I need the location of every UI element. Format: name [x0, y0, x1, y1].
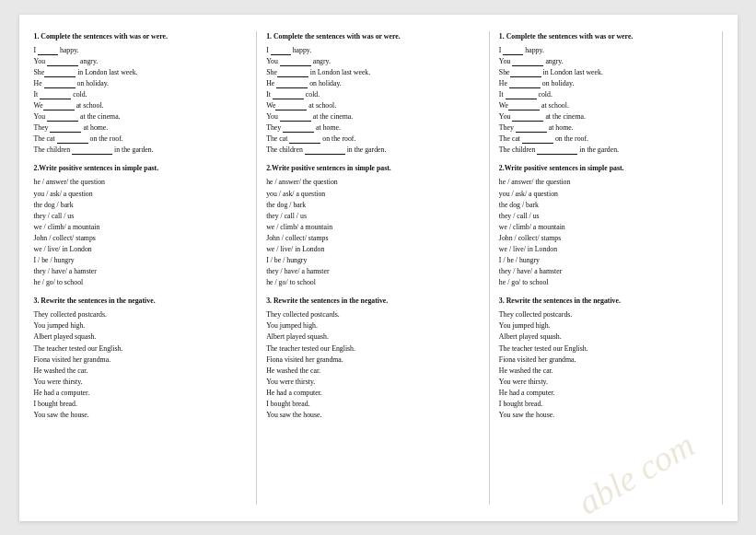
blank: [38, 54, 58, 55]
line: we / climb/ a mountain: [34, 222, 250, 233]
blank: [512, 65, 543, 66]
line: I bought bread.: [499, 399, 715, 410]
blank: [44, 76, 76, 77]
column-2: 1. Complete the sentences with was or we…: [266, 31, 490, 505]
blank: [280, 121, 311, 122]
section-1-col2: 1. Complete the sentences with was or we…: [266, 31, 482, 157]
line: It cold.: [499, 89, 715, 100]
line: they / call / us: [34, 211, 250, 222]
blank: [506, 99, 537, 99]
line: we / live/ in London: [34, 244, 250, 255]
line: You angry.: [34, 56, 250, 67]
line: I happy.: [499, 45, 715, 56]
line: We at school.: [266, 100, 482, 111]
blank: [503, 54, 523, 55]
blank: [537, 154, 577, 155]
line: You jumped high.: [34, 320, 250, 331]
line: he / go/ to school: [266, 277, 482, 288]
section-1-col1: 1. Complete the sentences with was or we…: [34, 31, 250, 157]
line: She in London last week.: [266, 67, 482, 78]
blank: [277, 76, 308, 77]
line: the dog / bark: [499, 200, 715, 211]
line: She in London last week.: [34, 67, 250, 78]
s1-title-col3: 1. Complete the sentences with was or we…: [499, 31, 715, 42]
line: You at the cinema.: [266, 111, 482, 122]
section-2-col2: 2.Write positive sentences in simple pas…: [266, 163, 482, 288]
line: The children in the garden.: [499, 145, 715, 156]
line: Fiona visited her grandma.: [266, 355, 482, 366]
line: they / call / us: [266, 211, 482, 222]
column-3: 1. Complete the sentences with was or we…: [499, 31, 723, 505]
line: He on holiday.: [499, 78, 715, 89]
line: You saw the house.: [34, 410, 250, 421]
line: John / collect/ stamps: [266, 233, 482, 244]
section-3-col1: 3. Rewrite the sentences in the negative…: [34, 296, 250, 421]
line: they / have/ a hamster: [34, 266, 250, 277]
blank: [283, 132, 314, 133]
line: Fiona visited her grandma.: [34, 355, 250, 366]
line: It cold.: [266, 89, 482, 100]
line: He had a computer.: [266, 388, 482, 399]
blank: [57, 143, 88, 144]
line: the dog / bark: [266, 200, 482, 211]
s1-title-col2: 1. Complete the sentences with was or we…: [266, 31, 482, 42]
blank: [516, 132, 547, 133]
line: you / ask/ a question: [266, 189, 482, 200]
line: Albert played squash.: [34, 331, 250, 343]
blank: [47, 121, 78, 122]
blank: [510, 76, 541, 77]
line: they / have/ a hamster: [266, 266, 482, 277]
blank: [280, 65, 311, 66]
blank: [509, 87, 541, 88]
line: I happy.: [34, 45, 250, 56]
line: They collected postcards.: [499, 309, 715, 320]
s3-title-col1: 3. Rewrite the sentences in the negative…: [34, 296, 250, 307]
line: It cold.: [34, 89, 250, 100]
line: the dog / bark: [34, 200, 250, 211]
line: They collected postcards.: [34, 309, 250, 320]
line: You jumped high.: [266, 320, 482, 331]
line: The teacher tested our English.: [34, 343, 250, 355]
line: I / be / hungry: [34, 255, 250, 266]
section-2-col1: 2.Write positive sentences in simple pas…: [34, 163, 250, 288]
line: he / go/ to school: [499, 277, 715, 288]
line: You at the cinema.: [499, 111, 715, 122]
line: The teacher tested our English.: [266, 343, 482, 355]
blank: [275, 110, 307, 110]
line: You were thirsty.: [499, 377, 715, 388]
line: They at home.: [266, 122, 482, 134]
worksheet-page: 1. Complete the sentences with was or we…: [19, 15, 738, 521]
s1-title-col1: 1. Complete the sentences with was or we…: [34, 31, 250, 42]
line: The cat on the roof.: [34, 134, 250, 145]
line: You were thirsty.: [266, 377, 482, 388]
line: The children in the garden.: [266, 145, 482, 156]
line: They at home.: [499, 122, 715, 134]
line: She in London last week.: [499, 67, 715, 78]
line: He washed the car.: [266, 366, 482, 377]
s2-title-col1: 2.Write positive sentences in simple pas…: [34, 163, 250, 174]
line: we / climb/ a mountain: [266, 222, 482, 233]
column-1: 1. Complete the sentences with was or we…: [34, 31, 258, 505]
line: Albert played squash.: [266, 331, 482, 343]
section-2-col3: 2.Write positive sentences in simple pas…: [499, 163, 715, 288]
line: they / call / us: [499, 211, 715, 222]
line: The teacher tested our English.: [499, 343, 715, 355]
line: John / collect/ stamps: [34, 233, 250, 244]
s3-title-col3: 3. Rewrite the sentences in the negative…: [499, 296, 715, 307]
line: I / be / hungry: [266, 255, 482, 266]
blank: [50, 132, 81, 133]
line: You saw the house.: [499, 410, 715, 421]
line: You at the cinema.: [34, 111, 250, 122]
line: you / ask/ a question: [34, 189, 250, 200]
line: they / have/ a hamster: [499, 266, 715, 277]
line: he / answer/ the question: [499, 177, 715, 188]
blank: [43, 110, 75, 110]
line: You angry.: [499, 56, 715, 67]
line: Fiona visited her grandma.: [499, 355, 715, 366]
line: We at school.: [499, 100, 715, 111]
line: I bought bread.: [266, 399, 482, 410]
s2-title-col3: 2.Write positive sentences in simple pas…: [499, 163, 715, 174]
line: he / answer/ the question: [266, 177, 482, 188]
section-3-col2: 3. Rewrite the sentences in the negative…: [266, 296, 482, 421]
line: You saw the house.: [266, 410, 482, 421]
